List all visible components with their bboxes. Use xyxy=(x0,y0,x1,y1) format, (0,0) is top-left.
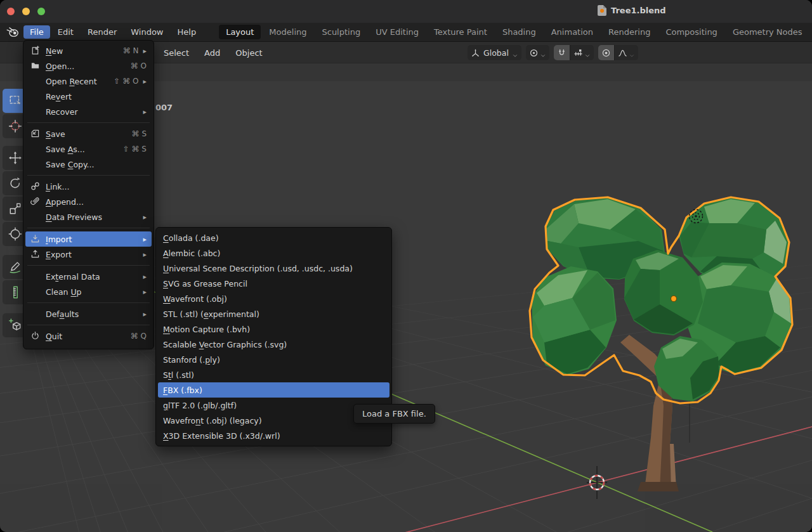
tab-rendering[interactable]: Rendering xyxy=(601,25,657,39)
open-folder-icon xyxy=(30,61,46,71)
menu-window[interactable]: Window xyxy=(124,25,169,39)
submenu-arrow-icon: ▸ xyxy=(143,213,147,221)
menu-help[interactable]: Help xyxy=(171,25,203,39)
pivot-point-dropdown[interactable] xyxy=(526,45,549,60)
menu-item-label: FBX (.fbx) xyxy=(163,386,202,395)
proportional-falloff-dropdown[interactable] xyxy=(615,45,638,60)
file-menu-item-external-data[interactable]: External Data▸ xyxy=(25,269,152,284)
file-menu-item-defaults[interactable]: Defaults▸ xyxy=(25,306,152,321)
file-menu-item-save[interactable]: Save⌘ S xyxy=(25,126,152,141)
menu-item-label: New xyxy=(46,46,63,56)
submenu-arrow-icon: ▸ xyxy=(143,235,147,243)
document-proxy-icon xyxy=(598,5,606,16)
file-menu-item-import[interactable]: Import▸ xyxy=(25,231,152,247)
tab-modeling[interactable]: Modeling xyxy=(262,25,313,39)
proportional-editing-icon xyxy=(601,48,611,58)
menu-item-label: X3D Extensible 3D (.x3d/.wrl) xyxy=(163,431,280,441)
menu-item-label: Data Previews xyxy=(46,212,102,222)
file-menu-item-quit[interactable]: Quit⌘ Q xyxy=(25,328,152,344)
menu-item-shortcut: ⌘ Q xyxy=(131,332,147,341)
tab-uv-editing[interactable]: UV Editing xyxy=(369,25,426,39)
tab-animation[interactable]: Animation xyxy=(544,25,600,39)
file-menu-item-open[interactable]: Open...⌘ O xyxy=(25,58,152,74)
tab-sculpting[interactable]: Sculpting xyxy=(315,25,367,39)
menu-render[interactable]: Render xyxy=(81,25,123,39)
menu-item-label: Recover xyxy=(46,107,78,117)
window-title: Tree1.blend xyxy=(611,6,666,15)
viewport-menu-add[interactable]: Add xyxy=(198,46,226,60)
menu-item-label: Open Recent xyxy=(46,77,97,86)
import-menu-item-x3d-extensible-3d-x3d-wrl[interactable]: X3D Extensible 3D (.x3d/.wrl) xyxy=(158,428,390,443)
file-menu-item-clean-up[interactable]: Clean Up▸ xyxy=(25,284,152,299)
menu-item-label: Link... xyxy=(46,182,70,191)
tab-layout[interactable]: Layout xyxy=(219,25,261,39)
file-menu-item-open-recent[interactable]: Open Recent⇧ ⌘ O▸ xyxy=(25,74,152,89)
menu-item-label: Defaults xyxy=(46,309,79,319)
menu-item-label: Quit xyxy=(46,332,62,341)
tab-compositing[interactable]: Compositing xyxy=(658,25,724,39)
snap-toggle-button[interactable] xyxy=(554,45,570,60)
viewport-menu-object[interactable]: Object xyxy=(229,46,268,60)
icon-spacer xyxy=(30,159,46,169)
chevron-down-icon xyxy=(540,49,546,56)
transform-orientation-icon xyxy=(471,48,480,58)
blender-window: Tree1.blend FileEditRenderWindowHelp Lay… xyxy=(0,0,812,532)
import-menu-item-universal-scene-description-usd-usdc-usda[interactable]: Universal Scene Description (.usd, .usdc… xyxy=(158,261,390,276)
submenu-arrow-icon: ▸ xyxy=(143,108,147,116)
tab-geometry-nodes[interactable]: Geometry Nodes xyxy=(726,25,809,39)
menu-item-label: SVG as Grease Pencil xyxy=(163,279,247,289)
import-menu-item-svg-as-grease-pencil[interactable]: SVG as Grease Pencil xyxy=(158,276,390,291)
chevron-down-icon xyxy=(512,49,518,56)
file-menu-item-save-copy[interactable]: Save Copy... xyxy=(25,157,152,172)
import-menu-item-motion-capture-bvh[interactable]: Motion Capture (.bvh) xyxy=(158,321,390,337)
close-window-button[interactable] xyxy=(7,8,15,15)
import-menu-item-stl-stl-experimental[interactable]: STL (.stl) (experimental) xyxy=(158,306,390,321)
menu-item-label: Universal Scene Description (.usd, .usdc… xyxy=(163,264,353,273)
proportional-editing-toggle[interactable] xyxy=(598,45,614,60)
import-menu-item-stl-stl[interactable]: Stl (.stl) xyxy=(158,367,390,382)
viewport-menu-select[interactable]: Select xyxy=(157,46,195,60)
proportional-editing-group xyxy=(598,45,638,60)
import-menu-item-stanford-ply[interactable]: Stanford (.ply) xyxy=(158,352,390,367)
file-menu-item-link[interactable]: Link... xyxy=(25,179,152,194)
file-menu-item-new[interactable]: New⌘ N▸ xyxy=(25,43,152,58)
import-menu-item-collada-dae[interactable]: Collada (.dae) xyxy=(158,230,390,245)
tab-shading[interactable]: Shading xyxy=(495,25,543,39)
menu-edit[interactable]: Edit xyxy=(51,25,80,39)
menu-item-label: Import xyxy=(46,235,72,244)
file-menu-panel: New⌘ N▸Open...⌘ OOpen Recent⇧ ⌘ O▸Revert… xyxy=(23,40,154,349)
blender-topbar: FileEditRenderWindowHelp LayoutModelingS… xyxy=(0,23,812,42)
menu-item-label: Save As... xyxy=(46,145,85,154)
menu-separator xyxy=(27,122,150,123)
zoom-window-button[interactable] xyxy=(37,8,45,15)
snap-settings-dropdown[interactable] xyxy=(570,45,594,60)
menu-item-label: Wavefront (.obj) xyxy=(163,294,227,304)
file-menu-item-data-previews[interactable]: Data Previews▸ xyxy=(25,209,152,224)
minimize-window-button[interactable] xyxy=(22,8,30,15)
menu-item-label: Export xyxy=(46,250,72,259)
import-menu-item-scalable-vector-graphics-svg[interactable]: Scalable Vector Graphics (.svg) xyxy=(158,337,390,352)
file-menu-item-recover[interactable]: Recover▸ xyxy=(25,104,152,119)
chevron-down-icon xyxy=(629,49,635,56)
viewport-header-controls: Global xyxy=(468,45,638,60)
file-menu-item-save-as[interactable]: Save As...⇧ ⌘ S xyxy=(25,141,152,157)
transform-orientation-dropdown[interactable]: Global xyxy=(468,45,521,60)
file-menu-item-append[interactable]: Append... xyxy=(25,194,152,209)
file-menu-item-revert[interactable]: Revert xyxy=(25,89,152,104)
menu-file[interactable]: File xyxy=(23,25,50,39)
import-menu-item-wavefront-obj[interactable]: Wavefront (.obj) xyxy=(158,291,390,306)
submenu-arrow-icon: ▸ xyxy=(143,77,147,86)
menu-separator xyxy=(27,175,150,176)
import-menu-item-alembic-abc[interactable]: Alembic (.abc) xyxy=(158,245,390,261)
submenu-arrow-icon: ▸ xyxy=(143,250,147,259)
file-menu-item-export[interactable]: Export▸ xyxy=(25,247,152,262)
menu-item-label: Append... xyxy=(46,197,84,207)
topbar-menus: FileEditRenderWindowHelp xyxy=(23,25,202,39)
new-file-icon xyxy=(30,46,46,56)
icon-spacer xyxy=(30,76,46,86)
tooltip: Load a FBX file. xyxy=(353,404,435,424)
menu-separator xyxy=(27,325,150,325)
import-menu-item-fbx-fbx[interactable]: FBX (.fbx) xyxy=(158,382,390,398)
tab-texture-paint[interactable]: Texture Paint xyxy=(427,25,494,39)
blender-logo-icon xyxy=(6,25,20,39)
